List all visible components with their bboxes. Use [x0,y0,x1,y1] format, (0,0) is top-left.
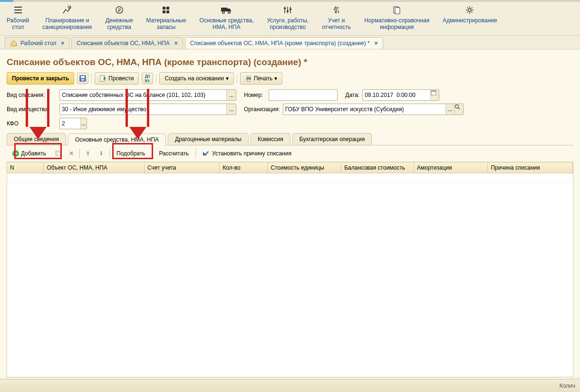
main-menu-item[interactable]: Основные средства, НМА, НПА [193,2,260,35]
column-header-label: Объект ОС, НМА, НПА [47,164,107,171]
document-tab[interactable]: Списания объектов ОС, НМА, НПА× [71,37,183,49]
property-type-field[interactable] [60,105,226,114]
column-header[interactable]: Причина списания [488,163,573,173]
main-menu-item[interactable]: Услуги, работы, производство [260,2,315,35]
organization-field[interactable] [283,105,445,114]
post-and-close-button[interactable]: Провести и закрыть [7,72,74,85]
main-menu-label: Нормативно-справочная информация [364,17,429,30]
svg-rect-5 [166,7,169,10]
main-menu-label: Услуги, работы, производство [267,17,309,30]
svg-rect-18 [81,76,85,78]
number-field[interactable] [269,90,337,100]
main-menu-item[interactable]: Рабочий стол [0,2,36,35]
form-row-property-type: Вид имущества: ... Организация: ... [7,104,573,115]
grid-body[interactable] [7,173,573,377]
column-header[interactable]: Амортизация [414,163,488,173]
writeoff-type-input[interactable]: ... [59,89,236,101]
svg-rect-22 [247,76,250,77]
main-menu-item[interactable]: ₽Денежные средства [99,2,140,35]
svg-rect-11 [284,8,286,9]
sub-tab[interactable]: Комиссия [251,133,290,145]
organization-input[interactable]: ... [283,104,464,115]
calendar-icon[interactable] [430,90,439,100]
main-menu-item[interactable]: Дт КтУчет и отчетность [315,2,358,35]
svg-rect-23 [247,79,250,81]
main-menu-item[interactable]: Администрирование [436,2,503,35]
main-menu-item[interactable]: Нормативно-справочная информация [358,2,436,35]
kfo-input[interactable]: ... [59,118,87,129]
column-header[interactable]: Счет учета [145,163,220,173]
close-icon[interactable]: × [174,40,178,47]
set-reason-label: Установить причину списания [212,150,291,157]
column-header[interactable]: N [7,163,44,173]
main-menu-item[interactable]: ₽Планирование и санкционирование [36,2,98,35]
select-button-label: Подобрать [116,150,145,157]
set-reason-button[interactable]: Установить причину списания [199,148,295,159]
writeoff-type-field[interactable] [60,90,226,100]
sub-tabs: Общие сведенияОсновные средства, НМА, НП… [7,133,573,145]
copy-button[interactable] [53,148,63,159]
move-up-button[interactable]: ⬆ [83,148,93,159]
date-input[interactable] [362,89,439,101]
column-header-label: Причина списания [491,164,540,171]
sub-tab[interactable]: Общие сведения [7,133,66,145]
svg-rect-13 [290,9,291,10]
save-icon[interactable] [77,73,88,84]
document-tab[interactable]: Рабочий стол× [5,37,69,49]
column-header[interactable]: Кол-во [220,163,268,173]
number-input[interactable] [269,89,338,101]
post-button-label: Провести [108,75,134,82]
main-menu-label: Учет и отчетность [322,17,351,30]
ellipsis-button[interactable]: ... [226,104,236,115]
column-header-label: Кол-во [222,164,240,171]
date-field[interactable] [363,90,430,100]
print-button[interactable]: Печать ▾ [240,72,282,85]
grid-icon [146,5,186,15]
chevron-down-icon: ▾ [274,75,277,82]
grid-empty-row [7,173,573,182]
column-header[interactable]: Балансовая стоимость [341,163,414,173]
document-tabs-row: Рабочий стол×Списания объектов ОС, НМА, … [0,36,580,49]
sub-tab[interactable]: Основные средства, НМА, НПА [68,134,166,145]
ellipsis-button[interactable]: ... [445,104,454,115]
main-menu-label: Основные средства, НМА, НПА [199,17,253,30]
content-area: Списание объектов ОС, НМА, НПА (кроме тр… [0,49,580,377]
main-menu-item[interactable]: Материальные запасы [140,2,193,35]
document-tab[interactable]: Списание объектов ОС, НМА, НПА (кроме тр… [185,37,383,49]
plus-icon: + [12,150,19,157]
create-on-basis-button[interactable]: Создать на основании ▾ [159,72,234,85]
toolbar-separator [109,149,110,158]
column-header[interactable]: Объект ОС, НМА, НПА [44,163,145,173]
move-down-button[interactable]: ⬇ [96,148,106,159]
form-row-writeoff-type: Вид списания: ... Номер: Дата: [7,89,573,101]
column-header-label: Стоимость единицы [271,164,324,171]
calculate-button[interactable]: Рассчитать [155,148,193,159]
toolbar-separator [152,149,152,158]
status-text: Колич [560,382,575,389]
close-icon[interactable]: × [375,40,378,47]
property-type-input[interactable]: ... [59,104,236,115]
column-header[interactable]: Стоимость единицы [268,163,342,173]
post-button[interactable]: Провести [95,72,139,85]
grid-header: NОбъект ОС, НМА, НПАСчет учетаКол-воСтои… [7,162,573,173]
column-header-label: Балансовая стоимость [344,164,405,171]
sub-tab[interactable]: Драгоценные материалы [168,133,249,145]
create-on-basis-label: Создать на основании [164,75,224,82]
svg-rect-15 [395,8,400,14]
delete-button[interactable]: ✕ [66,148,77,159]
sub-tab[interactable]: Бухгалтерская операция [292,133,372,145]
status-bar: Колич [0,379,580,392]
form-row-kfo: КФО ... [7,118,573,129]
docs-icon [364,5,429,15]
close-icon[interactable]: × [61,40,64,47]
ellipsis-button[interactable]: ... [80,118,87,129]
select-button[interactable]: Подобрать [113,148,149,159]
add-button-label: Добавить [21,150,46,157]
svg-text:₽: ₽ [118,8,121,13]
kfo-field[interactable] [60,119,80,128]
main-menu-label: Администрирование [443,17,497,24]
add-button[interactable]: + Добавить [9,148,50,159]
search-icon[interactable] [454,104,463,115]
dtkt-icon[interactable]: ДтКт [142,73,153,84]
ellipsis-button[interactable]: ... [226,90,236,100]
